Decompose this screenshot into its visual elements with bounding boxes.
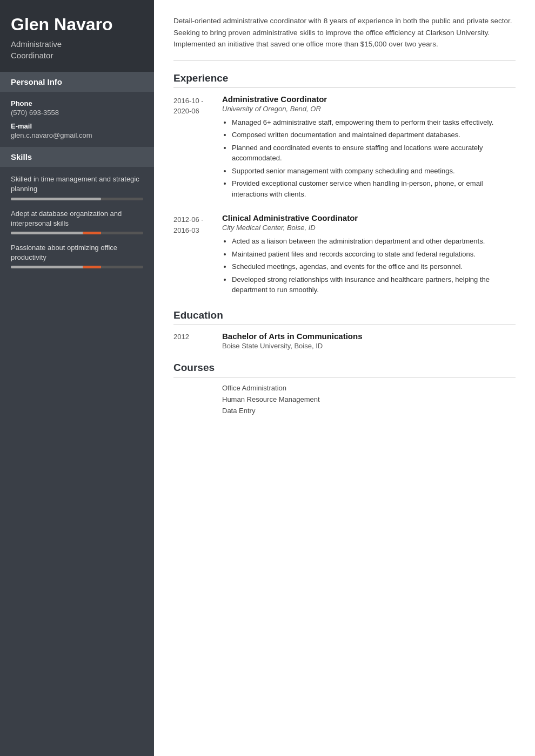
skill-bar-accent bbox=[83, 232, 101, 234]
sidebar-header: Glen Navaro Administrative Coordinator bbox=[0, 0, 154, 72]
entry-company: City Medical Center, Boise, ID bbox=[222, 224, 516, 232]
course-item: Human Resource Management bbox=[222, 395, 516, 403]
bullet-item: Developed strong relationships with insu… bbox=[232, 274, 516, 295]
experience-section: Experience 2016-10 - 2020-06Administrati… bbox=[173, 72, 516, 298]
experience-entries: 2016-10 - 2020-06Administrative Coordina… bbox=[173, 94, 516, 298]
skills-header: Skills bbox=[0, 147, 154, 167]
candidate-name: Glen Navaro bbox=[11, 15, 143, 34]
skill-bar-fill bbox=[11, 266, 101, 268]
skill-item: Skilled in time management and strategic… bbox=[11, 174, 143, 200]
summary-text: Detail-oriented administrative coordinat… bbox=[173, 15, 516, 60]
experience-title: Experience bbox=[173, 72, 516, 88]
resume-container: Glen Navaro Administrative Coordinator P… bbox=[0, 0, 535, 756]
education-section: Education 2012Bachelor of Arts in Commun… bbox=[173, 309, 516, 350]
skill-bar-container bbox=[11, 198, 143, 200]
entry-date: 2012-06 - 2016-03 bbox=[173, 213, 222, 298]
entry-bullets: Managed 6+ administrative staff, empower… bbox=[222, 117, 516, 200]
bullet-item: Supported senior management with company… bbox=[232, 166, 516, 177]
main-content: Detail-oriented administrative coordinat… bbox=[154, 0, 535, 756]
education-entry: 2012Bachelor of Arts in CommunicationsBo… bbox=[173, 332, 516, 350]
edu-content: Bachelor of Arts in CommunicationsBoise … bbox=[222, 332, 362, 350]
entry-job-title: Clinical Administrative Coordinator bbox=[222, 213, 516, 222]
skill-bar-container bbox=[11, 232, 143, 234]
bullet-item: Provided exceptional customer service wh… bbox=[232, 178, 516, 199]
skill-text: Skilled in time management and strategic… bbox=[11, 174, 143, 194]
skill-item: Adept at database organization and inter… bbox=[11, 209, 143, 234]
course-item: Office Administration bbox=[222, 384, 516, 392]
skills-content: Skilled in time management and strategic… bbox=[0, 167, 154, 285]
skill-item: Passionate about optimizing office produ… bbox=[11, 243, 143, 268]
education-title: Education bbox=[173, 309, 516, 325]
skill-bar-accent bbox=[83, 266, 101, 268]
edu-degree: Bachelor of Arts in Communications bbox=[222, 332, 362, 341]
courses-section: Courses Office AdministrationHuman Resou… bbox=[173, 362, 516, 415]
experience-entry: 2016-10 - 2020-06Administrative Coordina… bbox=[173, 94, 516, 202]
personal-info-header: Personal Info bbox=[0, 72, 154, 92]
sidebar: Glen Navaro Administrative Coordinator P… bbox=[0, 0, 154, 756]
courses-list: Office AdministrationHuman Resource Mana… bbox=[173, 384, 516, 415]
edu-school: Boise State University, Boise, ID bbox=[222, 342, 362, 350]
candidate-title: Administrative Coordinator bbox=[11, 38, 143, 61]
skill-bar-fill bbox=[11, 198, 101, 200]
bullet-item: Planned and coordinated events to ensure… bbox=[232, 143, 516, 164]
email-label: E-mail bbox=[11, 122, 143, 130]
personal-info-content: Phone (570) 693-3558 E-mail glen.c.navar… bbox=[0, 92, 154, 147]
bullet-item: Managed 6+ administrative staff, empower… bbox=[232, 117, 516, 128]
entry-job-title: Administrative Coordinator bbox=[222, 94, 516, 104]
entry-company: University of Oregon, Bend, OR bbox=[222, 105, 516, 113]
edu-date: 2012 bbox=[173, 332, 222, 350]
course-item: Data Entry bbox=[222, 407, 516, 415]
bullet-item: Composed written documentation and maint… bbox=[232, 130, 516, 140]
skill-bar-container bbox=[11, 266, 143, 268]
email-value: glen.c.navaro@gmail.com bbox=[11, 131, 143, 139]
skill-text: Passionate about optimizing office produ… bbox=[11, 243, 143, 262]
entry-bullets: Acted as a liaison between the administr… bbox=[222, 236, 516, 295]
courses-title: Courses bbox=[173, 362, 516, 377]
bullet-item: Maintained patient files and records acc… bbox=[232, 249, 516, 260]
experience-entry: 2012-06 - 2016-03Clinical Administrative… bbox=[173, 213, 516, 298]
entry-date: 2016-10 - 2020-06 bbox=[173, 94, 222, 202]
bullet-item: Acted as a liaison between the administr… bbox=[232, 236, 516, 247]
education-entries: 2012Bachelor of Arts in CommunicationsBo… bbox=[173, 332, 516, 350]
phone-label: Phone bbox=[11, 99, 143, 107]
skill-text: Adept at database organization and inter… bbox=[11, 209, 143, 228]
skill-bar-fill bbox=[11, 232, 101, 234]
entry-content: Administrative CoordinatorUniversity of … bbox=[222, 94, 516, 202]
entry-content: Clinical Administrative CoordinatorCity … bbox=[222, 213, 516, 298]
bullet-item: Scheduled meetings, agendas, and events … bbox=[232, 261, 516, 272]
phone-value: (570) 693-3558 bbox=[11, 109, 143, 117]
